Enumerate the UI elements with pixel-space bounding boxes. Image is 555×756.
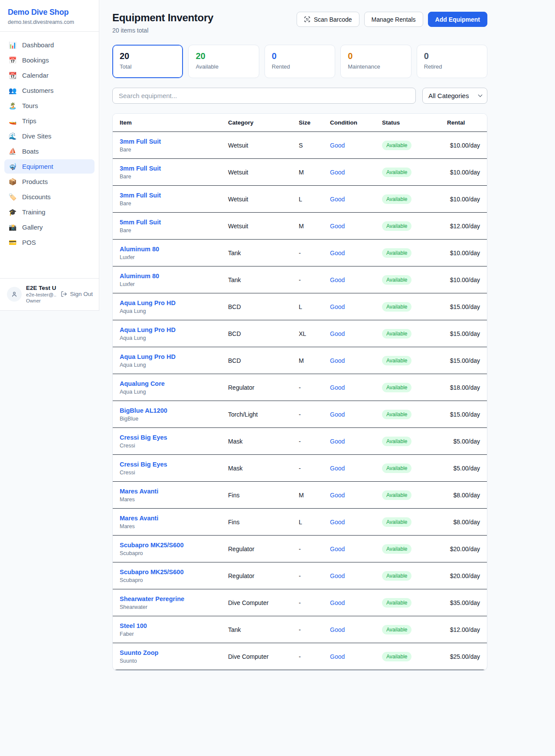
item-size: L	[292, 509, 323, 536]
manage-rentals-label: Manage Rentals	[372, 16, 416, 23]
credit-card-icon: 💳	[8, 239, 17, 246]
add-equipment-button[interactable]: Add Equipment	[428, 12, 487, 27]
item-name-link[interactable]: Steel 100	[120, 622, 214, 629]
stat-card-rented[interactable]: 0 Rented	[264, 45, 335, 78]
stat-label: Available	[196, 63, 251, 70]
condition-link[interactable]: Good	[330, 330, 345, 337]
sidebar-item-tours[interactable]: 🏝️ Tours	[4, 99, 95, 113]
items-total-count: 20 items total	[112, 27, 213, 34]
sidebar-item-products[interactable]: 📦 Products	[4, 174, 95, 189]
sidebar-item-dive-sites[interactable]: 🌊 Dive Sites	[4, 129, 95, 143]
stat-card-total[interactable]: 20 Total	[112, 45, 183, 78]
item-name-link[interactable]: BigBlue AL1200	[120, 407, 214, 414]
sign-out-button[interactable]: Sign Out	[61, 291, 93, 297]
item-name-link[interactable]: Suunto Zoop	[120, 649, 214, 656]
condition-link[interactable]: Good	[330, 465, 345, 472]
item-name-link[interactable]: Aluminum 80	[120, 246, 214, 253]
status-badge: Available	[382, 410, 411, 419]
item-name-link[interactable]: Aqua Lung Pro HD	[120, 299, 214, 306]
stat-card-maintenance[interactable]: 0 Maintenance	[340, 45, 411, 78]
condition-link[interactable]: Good	[330, 599, 345, 606]
item-size: M	[292, 213, 323, 240]
item-name-link[interactable]: Aqua Lung Pro HD	[120, 326, 214, 333]
condition-link[interactable]: Good	[330, 196, 345, 203]
item-name-link[interactable]: Aqua Lung Pro HD	[120, 353, 214, 360]
condition-link[interactable]: Good	[330, 384, 345, 391]
sidebar-item-dashboard[interactable]: 📊 Dashboard	[4, 38, 95, 52]
table-row: Suunto Zoop Suunto Dive Computer - Good …	[113, 643, 487, 670]
item-category: Mask	[221, 455, 292, 482]
table-row: Aqua Lung Pro HD Aqua Lung BCD M Good Av…	[113, 347, 487, 374]
brand-title[interactable]: Demo Dive Shop	[8, 8, 91, 17]
condition-link[interactable]: Good	[330, 519, 345, 526]
table-row: 5mm Full Suit Bare Wetsuit M Good Availa…	[113, 213, 487, 240]
stat-card-available[interactable]: 20 Available	[188, 45, 259, 78]
item-name-link[interactable]: 3mm Full Suit	[120, 138, 214, 145]
condition-link[interactable]: Good	[330, 492, 345, 499]
table-row: Cressi Big Eyes Cressi Mask - Good Avail…	[113, 455, 487, 482]
condition-link[interactable]: Good	[330, 250, 345, 256]
condition-link[interactable]: Good	[330, 438, 345, 445]
item-rental-rate: $15.00/day	[440, 293, 487, 320]
status-badge: Available	[382, 248, 411, 258]
item-name-link[interactable]: Shearwater Peregrine	[120, 595, 214, 602]
item-rental-rate: $15.00/day	[440, 347, 487, 374]
category-select[interactable]: All Categories	[422, 88, 487, 104]
item-category: Dive Computer	[221, 643, 292, 670]
item-name-link[interactable]: Scubapro MK25/S600	[120, 542, 214, 549]
sidebar-item-customers[interactable]: 👥 Customers	[4, 83, 95, 98]
sidebar-item-trips[interactable]: 🚤 Trips	[4, 114, 95, 128]
condition-link[interactable]: Good	[330, 223, 345, 230]
condition-link[interactable]: Good	[330, 653, 345, 660]
sidebar-item-training[interactable]: 🎓 Training	[4, 205, 95, 219]
sidebar-item-pos[interactable]: 💳 POS	[4, 235, 95, 250]
sidebar-item-bookings[interactable]: 📅 Bookings	[4, 53, 95, 67]
condition-link[interactable]: Good	[330, 357, 345, 364]
search-input[interactable]	[112, 88, 416, 104]
condition-link[interactable]: Good	[330, 626, 345, 633]
stat-value: 0	[272, 51, 328, 61]
condition-link[interactable]: Good	[330, 169, 345, 176]
status-badge: Available	[382, 490, 411, 500]
scan-barcode-button[interactable]: Scan Barcode	[297, 12, 359, 27]
table-row: Scubapro MK25/S600 Scubapro Regulator - …	[113, 562, 487, 589]
item-category: Wetsuit	[221, 159, 292, 186]
condition-link[interactable]: Good	[330, 411, 345, 418]
sign-out-label: Sign Out	[70, 291, 93, 297]
item-size: -	[292, 455, 323, 482]
item-rental-rate: $10.00/day	[440, 240, 487, 266]
item-name-link[interactable]: Mares Avanti	[120, 488, 214, 495]
sidebar-item-label: Trips	[22, 117, 36, 125]
item-brand: Mares	[120, 523, 214, 529]
item-name-link[interactable]: Cressi Big Eyes	[120, 434, 214, 441]
item-name-link[interactable]: Aqualung Core	[120, 380, 214, 387]
condition-link[interactable]: Good	[330, 546, 345, 552]
item-category: Fins	[221, 509, 292, 536]
sidebar-item-discounts[interactable]: 🏷️ Discounts	[4, 190, 95, 204]
item-name-link[interactable]: Scubapro MK25/S600	[120, 569, 214, 575]
stat-label: Retired	[424, 63, 480, 70]
table-row: 3mm Full Suit Bare Wetsuit M Good Availa…	[113, 159, 487, 186]
condition-link[interactable]: Good	[330, 572, 345, 579]
item-name-link[interactable]: Aluminum 80	[120, 273, 214, 279]
sidebar-item-calendar[interactable]: 📆 Calendar	[4, 68, 95, 82]
sidebar-item-equipment[interactable]: 🤿 Equipment	[4, 159, 95, 174]
sidebar-item-boats[interactable]: ⛵ Boats	[4, 144, 95, 158]
stat-card-retired[interactable]: 0 Retired	[417, 45, 487, 78]
manage-rentals-button[interactable]: Manage Rentals	[364, 12, 423, 27]
calendar-icon: 📅	[8, 57, 17, 63]
item-category: Regulator	[221, 562, 292, 589]
item-name-link[interactable]: 3mm Full Suit	[120, 192, 214, 199]
sidebar-item-gallery[interactable]: 📸 Gallery	[4, 220, 95, 234]
item-name-link[interactable]: 3mm Full Suit	[120, 165, 214, 172]
item-category: Regulator	[221, 374, 292, 401]
item-name-link[interactable]: Cressi Big Eyes	[120, 461, 214, 468]
condition-link[interactable]: Good	[330, 276, 345, 283]
condition-link[interactable]: Good	[330, 303, 345, 310]
brand-block: Demo Dive Shop demo.test.divestreams.com	[0, 0, 99, 31]
condition-link[interactable]: Good	[330, 142, 345, 149]
item-name-link[interactable]: 5mm Full Suit	[120, 219, 214, 226]
status-badge: Available	[382, 625, 411, 634]
item-category: Regulator	[221, 536, 292, 562]
item-name-link[interactable]: Mares Avanti	[120, 515, 214, 522]
